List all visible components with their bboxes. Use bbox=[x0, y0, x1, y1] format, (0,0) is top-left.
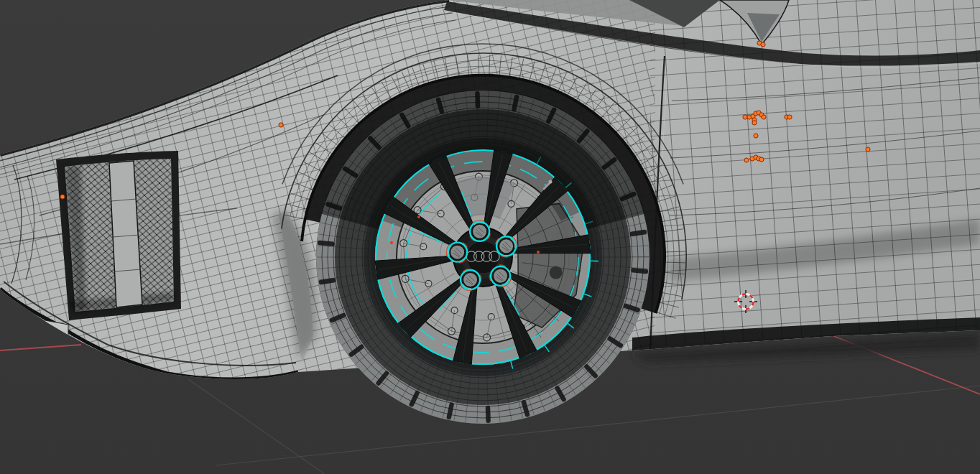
blender-3d-viewport[interactable] bbox=[0, 0, 980, 474]
active-edge-tick bbox=[390, 241, 393, 244]
selected-vertex[interactable] bbox=[743, 115, 747, 119]
selected-vertex[interactable] bbox=[60, 195, 65, 199]
selected-vertex[interactable] bbox=[762, 115, 766, 119]
selected-vertex[interactable] bbox=[744, 158, 749, 162]
selected-vertex[interactable] bbox=[787, 115, 792, 119]
selected-vertex[interactable] bbox=[754, 134, 758, 138]
selected-vertex[interactable] bbox=[279, 123, 283, 127]
active-edge-tick bbox=[417, 215, 420, 218]
selected-vertex[interactable] bbox=[752, 121, 757, 125]
selected-vertex[interactable] bbox=[866, 147, 870, 152]
viewport-canvas[interactable] bbox=[0, 0, 980, 474]
selected-vertex[interactable] bbox=[759, 157, 764, 162]
active-edge-tick bbox=[537, 251, 540, 254]
selected-vertex[interactable] bbox=[761, 42, 765, 47]
tread-slot bbox=[486, 406, 491, 423]
